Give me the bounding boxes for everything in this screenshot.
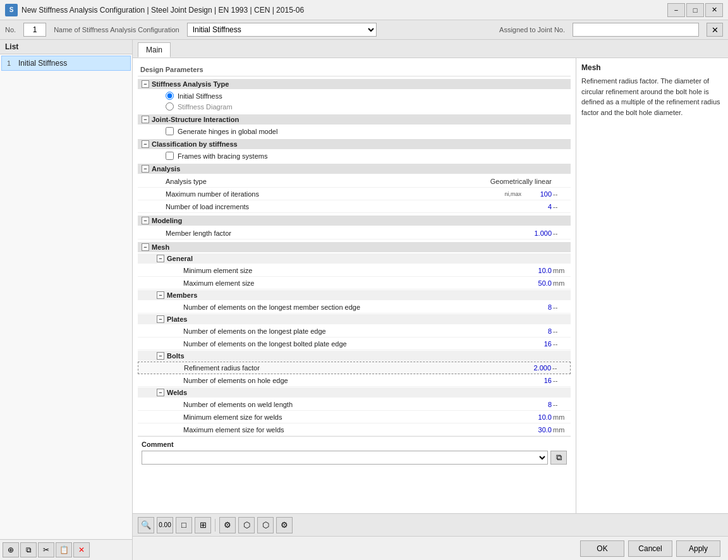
- collapse-plates[interactable]: −: [157, 315, 164, 323]
- name-label: Name of Stiffness Analysis Configuration: [54, 26, 179, 33]
- max-iterations-row: Maximum number of iterations ni,max 100 …: [138, 188, 571, 200]
- max-iterations-value: 100: [521, 190, 553, 198]
- collapse-mesh[interactable]: −: [142, 243, 149, 251]
- assigned-input[interactable]: [573, 23, 699, 37]
- separator1: [215, 519, 215, 532]
- plates-longest-label: Number of elements on the longest plate …: [183, 327, 521, 335]
- bolts-radius-value: 2.000: [521, 364, 552, 372]
- right-panel: Main Design Parameters − Stiffness Analy…: [133, 40, 728, 560]
- welds-max-row: Maximum element size for welds 30.0 mm: [138, 423, 571, 436]
- hex1-button[interactable]: ⬡: [238, 517, 255, 533]
- no-label: No.: [5, 26, 16, 33]
- bolts-hole-value: 16: [521, 377, 553, 384]
- initial-stiffness-radio[interactable]: [166, 92, 174, 100]
- value-button[interactable]: 0.00: [157, 517, 173, 533]
- collapse-members[interactable]: −: [157, 291, 164, 299]
- mesh-header: − Mesh: [138, 242, 571, 252]
- collapse-stiffness-type[interactable]: −: [142, 80, 149, 88]
- members-header: − Members: [138, 290, 571, 300]
- comment-copy-button[interactable]: ⧉: [550, 451, 567, 465]
- plates-bolted-row: Number of elements on the longest bolted…: [138, 338, 571, 350]
- collapse-general[interactable]: −: [157, 255, 164, 262]
- welds-min-unit: mm: [553, 413, 568, 421]
- min-element-value: 10.0: [521, 267, 553, 274]
- delete-button[interactable]: ✕: [73, 542, 90, 557]
- max-element-label: Maximum element size: [183, 279, 521, 287]
- view-button[interactable]: □: [176, 517, 192, 533]
- form-panel: Design Parameters − Stiffness Analysis T…: [133, 58, 576, 513]
- collapse-classification[interactable]: −: [142, 140, 149, 148]
- min-element-unit: mm: [553, 267, 568, 274]
- minimize-button[interactable]: −: [667, 3, 685, 17]
- generate-hinges-row: Generate hinges in global model: [138, 126, 571, 137]
- window-controls: − □ ✕: [667, 3, 723, 17]
- settings-button[interactable]: ⚙: [219, 517, 236, 533]
- tab-main[interactable]: Main: [138, 42, 171, 58]
- collapse-modeling[interactable]: −: [142, 217, 149, 224]
- welds-length-value: 8: [521, 401, 553, 408]
- stiffness-diagram-radio[interactable]: [166, 102, 174, 111]
- frames-bracing-row: Frames with bracing systems: [138, 150, 571, 161]
- paste-button[interactable]: 📋: [56, 542, 72, 557]
- collapse-joint-structure[interactable]: −: [142, 116, 149, 123]
- assigned-btn[interactable]: ✕: [707, 23, 723, 37]
- general-label: General: [167, 255, 193, 262]
- cancel-button[interactable]: Cancel: [628, 540, 672, 557]
- min-element-row: Minimum element size 10.0 mm: [138, 264, 571, 277]
- maximize-button[interactable]: □: [686, 3, 704, 17]
- collapse-bolts[interactable]: −: [157, 352, 164, 360]
- collapse-welds[interactable]: −: [157, 389, 164, 396]
- list-item[interactable]: 1 Initial Stiffness: [1, 56, 131, 71]
- stiffness-diagram-radio-row: Stiffness Diagram: [138, 101, 571, 112]
- welds-min-row: Minimum element size for welds 10.0 mm: [138, 411, 571, 423]
- cut-button[interactable]: ✂: [38, 542, 54, 557]
- bottom-toolbar: 🔍 0.00 □ ⊞ ⚙ ⬡ ⬡ ⚙: [133, 513, 728, 536]
- generate-hinges-checkbox[interactable]: [166, 127, 174, 135]
- title-bar: S New Stiffness Analysis Configuration |…: [0, 0, 728, 20]
- min-element-label: Minimum element size: [183, 267, 521, 274]
- comment-label: Comment: [142, 441, 567, 448]
- load-increments-value: 4: [521, 203, 553, 210]
- mesh-label: Mesh: [152, 243, 169, 251]
- welds-max-label: Maximum element size for welds: [183, 426, 521, 434]
- classification-header: − Classification by stiffness: [138, 139, 571, 149]
- left-panel-toolbar: ⊕ ⧉ ✂ 📋 ✕: [0, 539, 132, 560]
- apply-button[interactable]: Apply: [676, 540, 720, 557]
- info-panel: Mesh Refinement radius factor. The diame…: [576, 58, 728, 513]
- max-iterations-subscript: ni,max: [504, 191, 521, 197]
- ok-button[interactable]: OK: [580, 540, 624, 557]
- analysis-type-value: Geometrically linear: [477, 178, 553, 185]
- frames-bracing-checkbox[interactable]: [166, 152, 174, 160]
- search-button[interactable]: 🔍: [138, 517, 154, 533]
- add-button[interactable]: ⊕: [3, 542, 19, 557]
- generate-hinges-label: Generate hinges in global model: [178, 128, 277, 135]
- close-button[interactable]: ✕: [705, 3, 723, 17]
- load-increments-unit: --: [553, 203, 568, 210]
- grid-button[interactable]: ⊞: [195, 517, 211, 533]
- member-length-unit: --: [553, 229, 568, 237]
- modeling-header: − Modeling: [138, 216, 571, 226]
- welds-header: − Welds: [138, 387, 571, 398]
- collapse-analysis[interactable]: −: [142, 165, 149, 173]
- name-select[interactable]: Initial Stiffness: [187, 23, 377, 37]
- plates-label: Plates: [167, 315, 187, 323]
- bolts-hole-row: Number of elements on hole edge 16 --: [138, 374, 571, 387]
- no-input[interactable]: 1: [23, 23, 46, 37]
- config-button[interactable]: ⚙: [276, 517, 293, 533]
- members-longest-row: Number of elements on the longest member…: [138, 301, 571, 313]
- joint-structure-header: − Joint-Structure Interaction: [138, 114, 571, 125]
- hex2-button[interactable]: ⬡: [257, 517, 274, 533]
- analysis-type-label: Analysis type: [166, 178, 477, 185]
- bolts-radius-row: Refinement radius factor 2.000 --: [138, 362, 571, 374]
- welds-length-row: Number of elements on weld length 8 --: [138, 398, 571, 411]
- welds-length-label: Number of elements on weld length: [183, 401, 521, 408]
- max-element-row: Maximum element size 50.0 mm: [138, 277, 571, 289]
- modeling-label: Modeling: [152, 217, 182, 224]
- bolts-radius-label: Refinement radius factor: [184, 364, 521, 372]
- plates-bolted-label: Number of elements on the longest bolted…: [183, 340, 521, 348]
- comment-select[interactable]: [142, 451, 548, 465]
- bolts-hole-label: Number of elements on hole edge: [183, 377, 521, 384]
- copy-button[interactable]: ⧉: [20, 542, 37, 557]
- load-increments-row: Number of load increments 4 --: [138, 200, 571, 213]
- plates-bolted-unit: --: [553, 340, 568, 348]
